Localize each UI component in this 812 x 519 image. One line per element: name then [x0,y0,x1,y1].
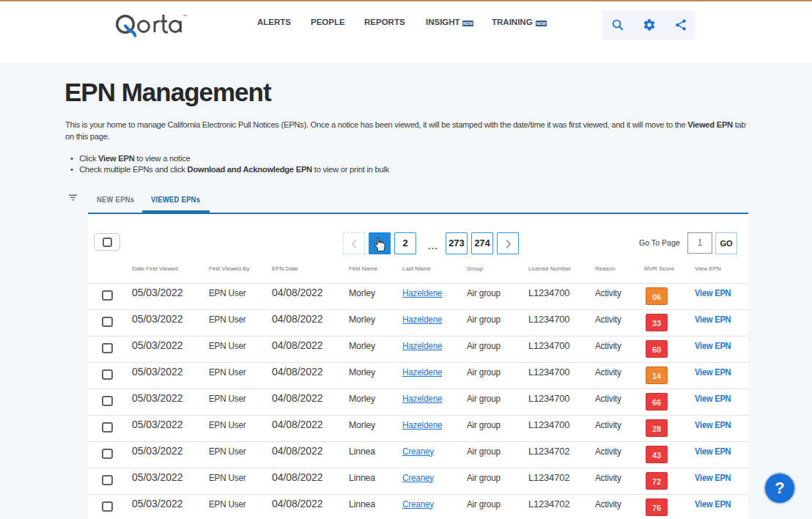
svg-text:™: ™ [182,14,187,18]
